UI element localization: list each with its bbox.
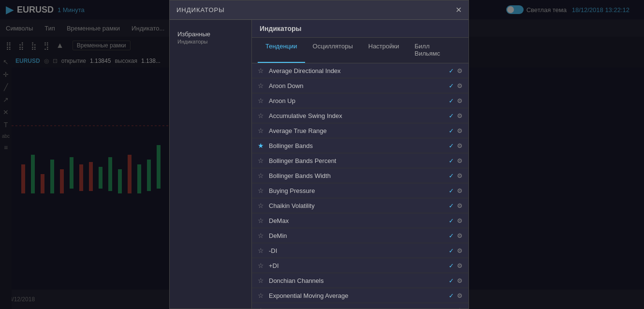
indicator-actions: ✓⚙ xyxy=(449,217,463,224)
indicator-item[interactable]: ☆Aroon Down✓⚙ xyxy=(252,78,468,93)
indicator-item[interactable]: ☆Ichimoku Cloud✓⚙ xyxy=(252,303,468,309)
gear-icon[interactable]: ⚙ xyxy=(457,82,463,89)
indicator-name: Bollinger Bands xyxy=(269,142,449,149)
gear-icon[interactable]: ⚙ xyxy=(457,127,463,134)
tab-tendencies[interactable]: Тенденции xyxy=(258,38,305,63)
gear-icon[interactable]: ⚙ xyxy=(457,307,463,309)
gear-icon[interactable]: ⚙ xyxy=(457,187,463,194)
indicator-item[interactable]: ☆DeMax✓⚙ xyxy=(252,213,468,228)
indicator-name: Aroon Up xyxy=(269,97,449,104)
indicator-actions: ✓⚙ xyxy=(449,67,463,74)
check-icon[interactable]: ✓ xyxy=(449,262,454,269)
star-icon[interactable]: ☆ xyxy=(258,262,264,269)
gear-icon[interactable]: ⚙ xyxy=(457,232,463,239)
gear-icon[interactable]: ⚙ xyxy=(457,262,463,269)
check-icon[interactable]: ✓ xyxy=(449,97,454,104)
check-icon[interactable]: ✓ xyxy=(449,127,454,134)
indicator-actions: ✓⚙ xyxy=(449,262,463,269)
indicator-item[interactable]: ☆Buying Pressure✓⚙ xyxy=(252,183,468,198)
star-icon[interactable]: ☆ xyxy=(258,217,264,224)
gear-icon[interactable]: ⚙ xyxy=(457,142,463,149)
star-icon[interactable]: ☆ xyxy=(258,67,264,74)
check-icon[interactable]: ✓ xyxy=(449,172,454,179)
indicator-item[interactable]: ☆Exponential Moving Average✓⚙ xyxy=(252,288,468,303)
indicator-name: Average True Range xyxy=(269,127,449,134)
star-icon[interactable]: ☆ xyxy=(258,172,264,179)
check-icon[interactable]: ✓ xyxy=(449,187,454,194)
gear-icon[interactable]: ⚙ xyxy=(457,217,463,224)
star-icon[interactable]: ☆ xyxy=(258,307,264,309)
indicator-name: Ichimoku Cloud xyxy=(269,307,449,309)
check-icon[interactable]: ✓ xyxy=(449,67,454,74)
favorites-item[interactable]: Избранные Индикаторы xyxy=(170,26,251,49)
indicator-item[interactable]: ☆Chaikin Volatility✓⚙ xyxy=(252,198,468,213)
indicator-name: Donchian Channels xyxy=(269,277,449,284)
star-icon[interactable]: ☆ xyxy=(258,97,264,104)
modal-close-button[interactable]: ✕ xyxy=(455,5,462,15)
check-icon[interactable]: ✓ xyxy=(449,112,454,119)
star-icon[interactable]: ☆ xyxy=(258,292,264,299)
indicator-item[interactable]: ☆Average True Range✓⚙ xyxy=(252,123,468,138)
check-icon[interactable]: ✓ xyxy=(449,142,454,149)
star-icon[interactable]: ☆ xyxy=(258,157,264,164)
indicator-item[interactable]: ☆Average Directional Index✓⚙ xyxy=(252,63,468,78)
tab-oscillators[interactable]: Осцилляторы xyxy=(305,38,361,63)
star-icon[interactable]: ☆ xyxy=(258,247,264,254)
check-icon[interactable]: ✓ xyxy=(449,157,454,164)
indicator-item[interactable]: ☆Bollinger Bands Percent✓⚙ xyxy=(252,153,468,168)
indicator-item[interactable]: ☆Aroon Up✓⚙ xyxy=(252,93,468,108)
check-icon[interactable]: ✓ xyxy=(449,82,454,89)
indicator-actions: ✓⚙ xyxy=(449,307,463,309)
gear-icon[interactable]: ⚙ xyxy=(457,172,463,179)
indicator-actions: ✓⚙ xyxy=(449,112,463,119)
modal-header: ИНДИКАТОРЫ ✕ xyxy=(170,0,468,20)
indicator-item[interactable]: ☆DeMin✓⚙ xyxy=(252,228,468,243)
indicator-actions: ✓⚙ xyxy=(449,292,463,299)
indicator-name: Bollinger Bands Percent xyxy=(269,157,449,164)
indicators-modal: ИНДИКАТОРЫ ✕ Избранные Индикаторы Индика… xyxy=(169,0,469,309)
star-icon[interactable]: ☆ xyxy=(258,112,264,119)
indicator-item[interactable]: ☆Accumulative Swing Index✓⚙ xyxy=(252,108,468,123)
gear-icon[interactable]: ⚙ xyxy=(457,247,463,254)
star-icon[interactable]: ☆ xyxy=(258,127,264,134)
gear-icon[interactable]: ⚙ xyxy=(457,112,463,119)
gear-icon[interactable]: ⚙ xyxy=(457,97,463,104)
gear-icon[interactable]: ⚙ xyxy=(457,277,463,284)
star-icon[interactable]: ★ xyxy=(258,142,264,149)
tab-bill-williams[interactable]: Билл Вильямс xyxy=(407,38,463,63)
check-icon[interactable]: ✓ xyxy=(449,232,454,239)
indicator-item[interactable]: ☆+DI✓⚙ xyxy=(252,258,468,273)
tabs-bar: Тенденции Осцилляторы Настройки Билл Вил… xyxy=(252,38,468,63)
star-icon[interactable]: ☆ xyxy=(258,277,264,284)
indicator-name: +DI xyxy=(269,262,449,269)
gear-icon[interactable]: ⚙ xyxy=(457,202,463,209)
indicator-name: Bollinger Bands Width xyxy=(269,172,449,179)
check-icon[interactable]: ✓ xyxy=(449,277,454,284)
star-icon[interactable]: ☆ xyxy=(258,187,264,194)
indicator-actions: ✓⚙ xyxy=(449,202,463,209)
indicator-item[interactable]: ☆-DI✓⚙ xyxy=(252,243,468,258)
indicator-actions: ✓⚙ xyxy=(449,232,463,239)
check-icon[interactable]: ✓ xyxy=(449,217,454,224)
indicator-item[interactable]: ★Bollinger Bands✓⚙ xyxy=(252,138,468,153)
indicator-actions: ✓⚙ xyxy=(449,187,463,194)
tab-settings[interactable]: Настройки xyxy=(361,38,407,63)
indicator-name: Aroon Down xyxy=(269,82,449,89)
check-icon[interactable]: ✓ xyxy=(449,247,454,254)
check-icon[interactable]: ✓ xyxy=(449,307,454,309)
indicator-actions: ✓⚙ xyxy=(449,142,463,149)
gear-icon[interactable]: ⚙ xyxy=(457,67,463,74)
gear-icon[interactable]: ⚙ xyxy=(457,292,463,299)
section-title: Индикаторы xyxy=(252,20,468,38)
star-icon[interactable]: ☆ xyxy=(258,82,264,89)
gear-icon[interactable]: ⚙ xyxy=(457,157,463,164)
check-icon[interactable]: ✓ xyxy=(449,202,454,209)
indicator-actions: ✓⚙ xyxy=(449,127,463,134)
indicators-list: ☆Average Directional Index✓⚙☆Aroon Down✓… xyxy=(252,63,468,309)
indicator-actions: ✓⚙ xyxy=(449,82,463,89)
star-icon[interactable]: ☆ xyxy=(258,232,264,239)
indicator-item[interactable]: ☆Bollinger Bands Width✓⚙ xyxy=(252,168,468,183)
star-icon[interactable]: ☆ xyxy=(258,202,264,209)
check-icon[interactable]: ✓ xyxy=(449,292,454,299)
indicator-item[interactable]: ☆Donchian Channels✓⚙ xyxy=(252,273,468,288)
